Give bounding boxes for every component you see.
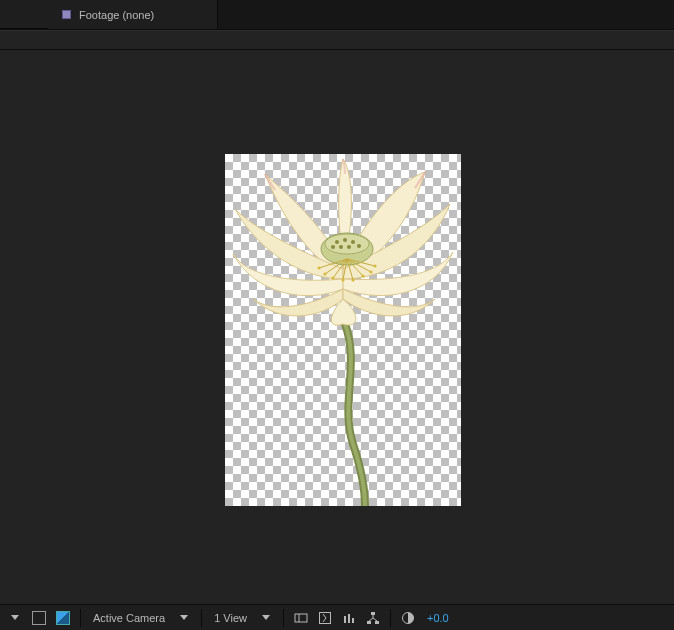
- flowchart-button[interactable]: [364, 609, 382, 627]
- camera-menu[interactable]: [175, 609, 193, 627]
- exposure-value[interactable]: +0.0: [423, 612, 453, 624]
- svg-point-2: [335, 240, 339, 244]
- svg-rect-28: [344, 616, 346, 623]
- separator: [201, 609, 202, 627]
- camera-label[interactable]: Active Camera: [89, 612, 169, 624]
- svg-rect-32: [367, 621, 371, 624]
- svg-point-24: [373, 264, 376, 267]
- viewer-footer: Active Camera 1 View +0.0: [0, 604, 674, 630]
- separator: [390, 609, 391, 627]
- svg-rect-33: [375, 621, 379, 624]
- fast-previews-button[interactable]: [316, 609, 334, 627]
- separator: [283, 609, 284, 627]
- svg-point-23: [317, 266, 320, 269]
- svg-point-21: [361, 274, 364, 277]
- panel-header-strip: [0, 30, 674, 50]
- svg-point-18: [331, 276, 334, 279]
- view-layout-menu[interactable]: [257, 609, 275, 627]
- view-count-label[interactable]: 1 View: [210, 612, 251, 624]
- canvas: [225, 154, 461, 506]
- svg-point-6: [339, 245, 343, 249]
- toggle-transparency-grid-button[interactable]: [54, 609, 72, 627]
- svg-point-1: [325, 234, 369, 254]
- tab-footage-label: Footage (none): [79, 9, 154, 21]
- app-root: Footage (none): [0, 0, 674, 630]
- timeline-button[interactable]: [340, 609, 358, 627]
- svg-line-36: [373, 618, 377, 621]
- svg-point-7: [347, 245, 351, 249]
- footage-swatch-icon: [62, 10, 71, 19]
- svg-line-35: [369, 618, 373, 621]
- svg-point-22: [369, 270, 372, 273]
- tab-footage[interactable]: Footage (none): [48, 0, 218, 29]
- svg-rect-31: [371, 612, 375, 615]
- svg-point-19: [341, 278, 344, 281]
- svg-point-8: [331, 245, 335, 249]
- tab-strip: Footage (none): [0, 0, 674, 30]
- svg-point-17: [323, 272, 326, 275]
- pixel-aspect-toggle[interactable]: [292, 609, 310, 627]
- svg-rect-25: [295, 614, 307, 622]
- svg-point-3: [343, 238, 347, 242]
- svg-rect-27: [319, 612, 330, 623]
- footage-image: [225, 154, 461, 506]
- separator: [80, 609, 81, 627]
- grid-safezones-button[interactable]: [30, 609, 48, 627]
- svg-point-20: [351, 278, 354, 281]
- svg-rect-29: [348, 614, 350, 623]
- svg-point-4: [351, 240, 355, 244]
- svg-rect-30: [352, 618, 354, 623]
- tab-gutter: [0, 0, 48, 29]
- svg-point-5: [357, 244, 361, 248]
- magnification-menu[interactable]: [6, 609, 24, 627]
- composition-viewport[interactable]: [0, 50, 674, 604]
- reset-exposure-button[interactable]: [399, 609, 417, 627]
